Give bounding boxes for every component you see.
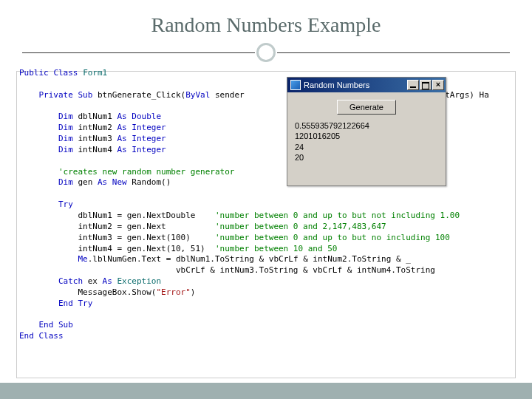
- kw-as: As: [117, 123, 126, 132]
- kw-dim: Dim: [58, 123, 73, 132]
- window-body: Generate 0.555935792122664 1201016205 24…: [287, 92, 446, 168]
- kw-as: As: [117, 134, 126, 143]
- kw-byval: ByVal: [185, 90, 210, 100]
- code-text: ex: [83, 276, 103, 286]
- code-text: intNum3 = gen.Next(100): [19, 233, 215, 242]
- type-integer: Integer: [132, 145, 166, 154]
- comment: 'creates new random number generator: [58, 167, 234, 177]
- comment: 'number between 0 and 2,147,483,647: [215, 222, 386, 231]
- kw-as: As: [98, 177, 107, 187]
- code-text: intNum4 = gen.Next(10, 51): [19, 244, 215, 253]
- kw-as: As: [103, 276, 112, 286]
- output-label: 0.555935792122664 1201016205 24 20: [293, 120, 440, 163]
- kw-as: As: [117, 145, 126, 154]
- divider-circle-icon: [256, 43, 276, 62]
- kw-me: Me: [78, 254, 87, 264]
- title-divider: [0, 43, 532, 62]
- close-button[interactable]: ×: [432, 80, 444, 90]
- divider-line-right: [277, 52, 510, 53]
- kw-end: End: [39, 320, 54, 330]
- output-line-4: 20: [295, 152, 440, 163]
- string-literal: "Error": [156, 287, 190, 297]
- code-text: sender: [210, 90, 249, 100]
- code-text: ): [191, 287, 196, 297]
- slide-footer: [0, 383, 532, 399]
- code-text: intNum4: [73, 145, 117, 154]
- app-icon: [290, 80, 301, 90]
- code-area: Public Class Form1 Private Sub btnGenera…: [0, 62, 532, 342]
- minimize-button[interactable]: [407, 80, 419, 90]
- kw-public: Public: [19, 68, 49, 78]
- kw-private: Private: [39, 90, 73, 100]
- code-text: intNum3: [73, 134, 117, 143]
- output-line-2: 1201016205: [295, 131, 440, 141]
- kw-try: Try: [58, 200, 73, 209]
- type-exception: Exception: [117, 276, 161, 286]
- divider-line-left: [22, 52, 255, 53]
- kw-dim: Dim: [58, 134, 73, 143]
- type-integer: Integer: [132, 123, 166, 132]
- slide-title: Random Numbers Example: [0, 0, 532, 43]
- comment: 'number between 0 and up to but no inclu…: [215, 233, 450, 242]
- type-integer: Integer: [132, 134, 166, 143]
- kw-dim: Dim: [58, 112, 73, 121]
- kw-class: Class: [53, 68, 78, 78]
- code-text: vbCrLf & intNum3.ToString & vbCrLf & int…: [19, 265, 435, 275]
- code-text: dblNum1: [73, 112, 117, 121]
- kw-class: Class: [39, 331, 64, 341]
- kw-try: Try: [78, 299, 92, 308]
- code-text: Random(): [127, 177, 171, 187]
- kw-sub: Sub: [78, 90, 92, 100]
- code-text: MessageBox.Show(: [19, 287, 156, 297]
- kw-end: End: [58, 299, 73, 308]
- code-text: intNum2 = gen.Next: [19, 222, 215, 231]
- window-titlebar[interactable]: Random Numbers ×: [287, 78, 446, 92]
- output-line-1: 0.555935792122664: [295, 120, 440, 131]
- code-text: intNum2: [73, 123, 117, 132]
- code-text: btnGenerate_Click(: [92, 90, 185, 100]
- type-form1: Form1: [83, 68, 107, 78]
- comment: 'number between 10 and 50: [215, 244, 338, 253]
- window-title: Random Numbers: [304, 81, 407, 89]
- kw-as: As: [117, 112, 126, 121]
- output-line-3: 24: [295, 142, 440, 152]
- code-text: gen: [73, 177, 98, 187]
- code-text: dblNum1 = gen.NextDouble: [19, 211, 215, 220]
- kw-dim: Dim: [58, 145, 73, 154]
- maximize-button[interactable]: [420, 80, 432, 90]
- generate-button[interactable]: Generate: [337, 100, 396, 115]
- kw-dim: Dim: [58, 177, 73, 187]
- kw-new: New: [112, 177, 127, 187]
- code-text: .lblNumGen.Text = dblNum1.ToString & vbC…: [88, 254, 411, 264]
- comment: 'number between 0 and up to but not incl…: [215, 211, 460, 220]
- kw-end: End: [19, 331, 34, 341]
- kw-sub: Sub: [58, 320, 73, 330]
- app-window: Random Numbers × Generate 0.555935792122…: [287, 77, 446, 186]
- window-controls: ×: [407, 80, 444, 90]
- type-double: Double: [132, 112, 161, 121]
- kw-catch: Catch: [58, 276, 83, 286]
